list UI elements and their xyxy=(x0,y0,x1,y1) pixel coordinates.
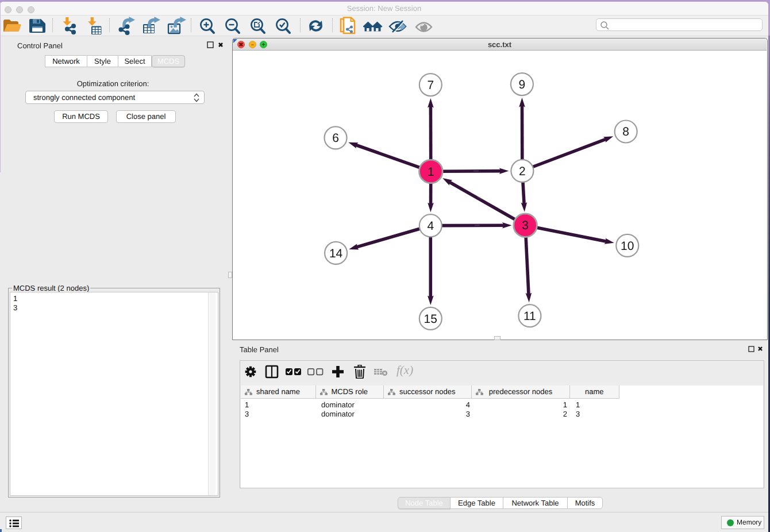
svg-text:1: 1 xyxy=(428,165,434,179)
svg-text:9: 9 xyxy=(519,78,526,91)
svg-text:11: 11 xyxy=(523,310,536,323)
svg-text:2: 2 xyxy=(519,165,526,178)
svg-text:6: 6 xyxy=(332,132,339,145)
svg-text:10: 10 xyxy=(621,240,634,253)
svg-text:14: 14 xyxy=(329,247,343,260)
svg-text:4: 4 xyxy=(427,219,434,233)
svg-text:3: 3 xyxy=(522,219,529,232)
svg-text:15: 15 xyxy=(424,313,437,326)
svg-text:8: 8 xyxy=(622,125,629,138)
svg-text:7: 7 xyxy=(427,79,434,92)
